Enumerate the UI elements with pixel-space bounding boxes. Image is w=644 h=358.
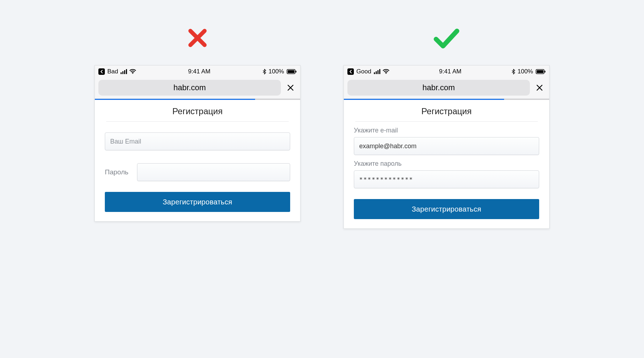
stop-loading-icon[interactable] — [533, 84, 546, 92]
page-title: Регистрация — [106, 106, 289, 122]
page-title: Регистрация — [355, 106, 538, 122]
status-bar: Bad 9:41 AM 100% — [95, 66, 300, 78]
battery-icon — [536, 69, 546, 74]
back-app-icon[interactable] — [98, 68, 105, 75]
battery-percent: 100% — [269, 68, 284, 75]
address-bar[interactable]: habr.com — [347, 80, 530, 96]
back-app-label[interactable]: Bad — [107, 68, 118, 75]
bad-example-column: Bad 9:41 AM 100% — [94, 25, 301, 222]
password-label: Укажите пароль — [354, 160, 539, 168]
password-field[interactable] — [354, 170, 539, 188]
status-time: 9:41 AM — [188, 68, 210, 75]
svg-rect-7 — [545, 71, 546, 73]
good-device: Good 9:41 AM 100% — [343, 65, 550, 229]
stop-loading-icon[interactable] — [284, 84, 297, 92]
submit-button[interactable]: Зарегистрироваться — [105, 192, 290, 212]
bluetooth-icon — [263, 69, 266, 74]
email-label: Укажите e-mail — [354, 127, 539, 134]
svg-rect-6 — [537, 70, 543, 73]
battery-icon — [287, 69, 297, 74]
status-time: 9:41 AM — [439, 68, 461, 75]
wifi-icon — [383, 69, 389, 74]
svg-point-0 — [132, 73, 133, 74]
password-label: Пароль — [105, 168, 132, 176]
page-content: Регистрация Пароль Зарегистрироваться — [95, 100, 300, 221]
page-content: Регистрация Укажите e-mail Укажите парол… — [344, 100, 549, 228]
browser-address-row: habr.com — [95, 78, 300, 99]
email-field[interactable] — [354, 137, 539, 155]
email-field[interactable] — [105, 132, 290, 150]
cross-icon — [185, 25, 210, 51]
address-bar[interactable]: habr.com — [98, 80, 281, 96]
bad-device: Bad 9:41 AM 100% — [94, 65, 301, 222]
back-app-icon[interactable] — [347, 68, 354, 75]
good-example-column: Good 9:41 AM 100% — [343, 25, 550, 229]
address-domain: habr.com — [423, 83, 455, 92]
password-field[interactable] — [137, 163, 290, 181]
bluetooth-icon — [512, 69, 515, 74]
back-app-label[interactable]: Good — [356, 68, 371, 75]
wifi-icon — [130, 69, 136, 74]
check-icon — [433, 25, 460, 51]
svg-rect-3 — [296, 71, 297, 73]
svg-point-4 — [385, 73, 386, 74]
cellular-signal-icon — [121, 69, 127, 74]
cellular-signal-icon — [374, 69, 380, 74]
submit-button[interactable]: Зарегистрироваться — [354, 199, 539, 219]
status-bar: Good 9:41 AM 100% — [344, 66, 549, 78]
address-domain: habr.com — [174, 83, 206, 92]
svg-rect-2 — [288, 70, 294, 73]
browser-address-row: habr.com — [344, 78, 549, 99]
battery-percent: 100% — [518, 68, 533, 75]
